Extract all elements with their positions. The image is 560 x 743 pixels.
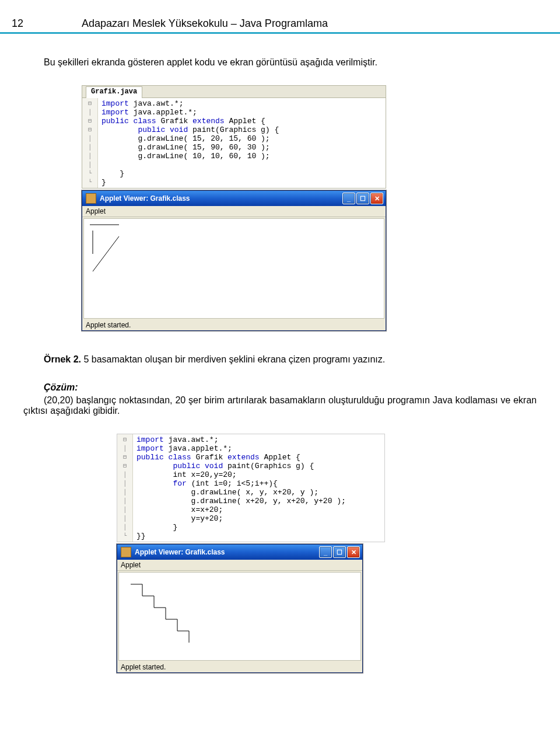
minimize-button[interactable]: _	[319, 546, 332, 558]
editor-tab-row: Grafik.java	[82, 86, 386, 98]
solution-text: (20,20) başlangıç noktasından, 20 şer bi…	[23, 395, 537, 416]
editor-gutter: ⊟│⊟⊟││││└└	[82, 98, 98, 188]
code-editor-1: Grafik.java ⊟│⊟⊟││││└└ import java.awt.*…	[82, 85, 386, 189]
header-title: Adapazarı Meslek Yüksekokulu – Java Prog…	[82, 18, 328, 30]
editor-gutter-2: ⊟│⊟⊟│││││││└	[117, 434, 133, 542]
applet-canvas-2	[118, 572, 361, 661]
menu-applet-2[interactable]: Applet	[117, 560, 362, 571]
code-editor-2: ⊟│⊟⊟│││││││└ import java.awt.*; import j…	[117, 434, 385, 542]
applet-viewer-window-1: Applet Viewer: Grafik.class _ ☐ ✕ Applet…	[82, 190, 386, 331]
close-button[interactable]: ✕	[370, 193, 383, 204]
menu-applet[interactable]: Applet	[82, 206, 386, 217]
header-rule	[0, 32, 560, 34]
java-icon	[86, 193, 96, 204]
page-number: 12	[12, 18, 23, 30]
page-header: 12 Adapazarı Meslek Yüksekokulu – Java P…	[23, 18, 537, 30]
window-title-2: Applet Viewer: Grafik.class	[135, 548, 319, 556]
editor-tab-grafik[interactable]: Grafik.java	[86, 86, 142, 98]
maximize-button[interactable]: ☐	[356, 193, 369, 204]
applet-canvas-1	[83, 218, 384, 319]
window-title: Applet Viewer: Grafik.class	[100, 194, 342, 203]
intro-paragraph: Bu şekilleri ekranda gösteren applet kod…	[23, 57, 537, 68]
titlebar[interactable]: Applet Viewer: Grafik.class _ ☐ ✕	[82, 191, 386, 206]
example2-label: Örnek 2.	[44, 354, 81, 364]
minimize-button[interactable]: _	[342, 193, 355, 204]
status-text: Applet started.	[82, 320, 386, 330]
close-button[interactable]: ✕	[347, 546, 360, 558]
titlebar-2[interactable]: Applet Viewer: Grafik.class _ ☐ ✕	[117, 545, 362, 560]
applet-viewer-window-2: Applet Viewer: Grafik.class _ ☐ ✕ Applet	[117, 544, 363, 673]
status-text-2: Applet started.	[117, 662, 362, 672]
java-icon	[121, 547, 131, 557]
code-content-1: import java.awt.*; import java.applet.*;…	[98, 98, 282, 188]
maximize-button[interactable]: ☐	[333, 546, 346, 558]
solution-label: Çözüm:	[23, 382, 537, 393]
example2-heading: Örnek 2. 5 basamaktan oluşan bir merdive…	[23, 354, 537, 365]
svg-line-2	[93, 236, 119, 271]
code-content-2: import java.awt.*; import java.applet.*;…	[133, 434, 349, 542]
example2-text: 5 basamaktan oluşan bir merdiven şeklini…	[81, 354, 385, 364]
